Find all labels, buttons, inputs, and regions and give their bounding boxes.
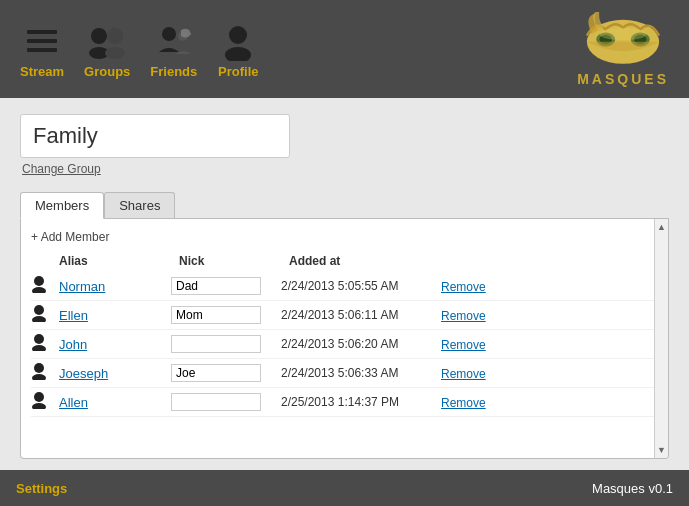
svg-point-16: [600, 27, 647, 40]
remove-link[interactable]: Remove: [441, 338, 486, 352]
logo-area: MASQUES: [577, 12, 669, 87]
member-nick: [171, 277, 281, 295]
member-nick-input[interactable]: [171, 306, 261, 324]
svg-point-10: [225, 47, 251, 61]
member-remove: Remove: [441, 279, 486, 294]
stream-icon: [21, 20, 63, 62]
member-remove: Remove: [441, 366, 486, 381]
col-header-nick: Nick: [179, 254, 289, 268]
member-added-at: 2/24/2013 5:05:55 AM: [281, 279, 441, 293]
member-alias-link[interactable]: Allen: [59, 395, 88, 410]
footer: Settings Masques v0.1: [0, 470, 689, 506]
svg-rect-1: [27, 39, 57, 43]
member-nick-input[interactable]: [171, 335, 261, 353]
svg-point-19: [34, 305, 44, 315]
member-avatar-icon: [31, 391, 51, 413]
nav: Stream Groups: [20, 20, 259, 79]
members-list: Norman 2/24/2013 5:05:55 AM Remove Ellen: [31, 272, 658, 417]
member-avatar-icon: [31, 275, 51, 297]
nav-item-groups[interactable]: Groups: [84, 20, 130, 79]
svg-rect-0: [27, 30, 57, 34]
member-added-at: 2/24/2013 5:06:20 AM: [281, 337, 441, 351]
table-row: Norman 2/24/2013 5:05:55 AM Remove: [31, 272, 658, 301]
logo-text: MASQUES: [577, 71, 669, 87]
svg-point-7: [162, 27, 176, 41]
col-header-added: Added at: [289, 254, 449, 268]
nav-item-profile[interactable]: Profile: [217, 20, 259, 79]
svg-point-17: [34, 276, 44, 286]
groups-icon: [86, 20, 128, 62]
member-added-at: 2/24/2013 5:06:11 AM: [281, 308, 441, 322]
members-panel: + Add Member Alias Nick Added at Norman …: [20, 219, 669, 459]
member-alias-link[interactable]: Norman: [59, 279, 105, 294]
header: Stream Groups: [0, 0, 689, 98]
svg-point-4: [107, 28, 123, 44]
svg-point-9: [229, 26, 247, 44]
stream-label: Stream: [20, 64, 64, 79]
change-group-link[interactable]: Change Group: [22, 162, 669, 176]
profile-icon: [217, 20, 259, 62]
svg-point-23: [34, 363, 44, 373]
member-avatar-icon: [31, 362, 51, 384]
svg-point-18: [32, 287, 46, 293]
member-alias: Allen: [59, 395, 171, 410]
table-row: Joeseph 2/24/2013 5:06:33 AM Remove: [31, 359, 658, 388]
member-remove: Remove: [441, 395, 486, 410]
svg-point-6: [105, 47, 125, 59]
member-nick: [171, 364, 281, 382]
remove-link[interactable]: Remove: [441, 396, 486, 410]
member-alias-link[interactable]: Joeseph: [59, 366, 108, 381]
table-row: John 2/24/2013 5:06:20 AM Remove: [31, 330, 658, 359]
member-nick-input[interactable]: [171, 277, 261, 295]
member-nick: [171, 306, 281, 324]
member-avatar-icon: [31, 333, 51, 355]
member-alias-link[interactable]: Ellen: [59, 308, 88, 323]
member-remove: Remove: [441, 308, 486, 323]
settings-link[interactable]: Settings: [16, 481, 67, 496]
friends-label: Friends: [150, 64, 197, 79]
scroll-track[interactable]: ▲ ▼: [654, 219, 668, 458]
tabs: Members Shares: [20, 192, 669, 219]
groups-label: Groups: [84, 64, 130, 79]
remove-link[interactable]: Remove: [441, 309, 486, 323]
member-nick: [171, 335, 281, 353]
tab-shares[interactable]: Shares: [104, 192, 175, 218]
masques-logo: [583, 12, 663, 67]
friends-icon: [153, 20, 195, 62]
member-alias: Joeseph: [59, 366, 171, 381]
scroll-down-arrow[interactable]: ▼: [654, 442, 669, 458]
svg-point-21: [34, 334, 44, 344]
nav-item-friends[interactable]: Friends: [150, 20, 197, 79]
member-nick: [171, 393, 281, 411]
svg-point-20: [32, 316, 46, 322]
main-content: Family Change Group Members Shares + Add…: [0, 98, 689, 470]
member-alias: Ellen: [59, 308, 171, 323]
scroll-up-arrow[interactable]: ▲: [654, 219, 669, 235]
svg-rect-2: [27, 48, 57, 52]
member-added-at: 2/25/2013 1:14:37 PM: [281, 395, 441, 409]
nav-item-stream[interactable]: Stream: [20, 20, 64, 79]
member-nick-input[interactable]: [171, 364, 261, 382]
tab-members[interactable]: Members: [20, 192, 104, 219]
group-title-box: Family: [20, 114, 290, 158]
member-avatar-icon: [31, 304, 51, 326]
remove-link[interactable]: Remove: [441, 280, 486, 294]
member-alias: Norman: [59, 279, 171, 294]
col-header-alias: Alias: [59, 254, 179, 268]
member-alias: John: [59, 337, 171, 352]
svg-point-26: [32, 403, 46, 409]
profile-label: Profile: [218, 64, 258, 79]
member-remove: Remove: [441, 337, 486, 352]
table-row: Ellen 2/24/2013 5:06:11 AM Remove: [31, 301, 658, 330]
svg-point-3: [91, 28, 107, 44]
member-alias-link[interactable]: John: [59, 337, 87, 352]
add-member-link[interactable]: + Add Member: [31, 230, 109, 244]
remove-link[interactable]: Remove: [441, 367, 486, 381]
member-nick-input[interactable]: [171, 393, 261, 411]
svg-point-25: [34, 392, 44, 402]
version-label: Masques v0.1: [592, 481, 673, 496]
svg-point-24: [32, 374, 46, 380]
table-row: Allen 2/25/2013 1:14:37 PM Remove: [31, 388, 658, 417]
svg-point-22: [32, 345, 46, 351]
member-added-at: 2/24/2013 5:06:33 AM: [281, 366, 441, 380]
